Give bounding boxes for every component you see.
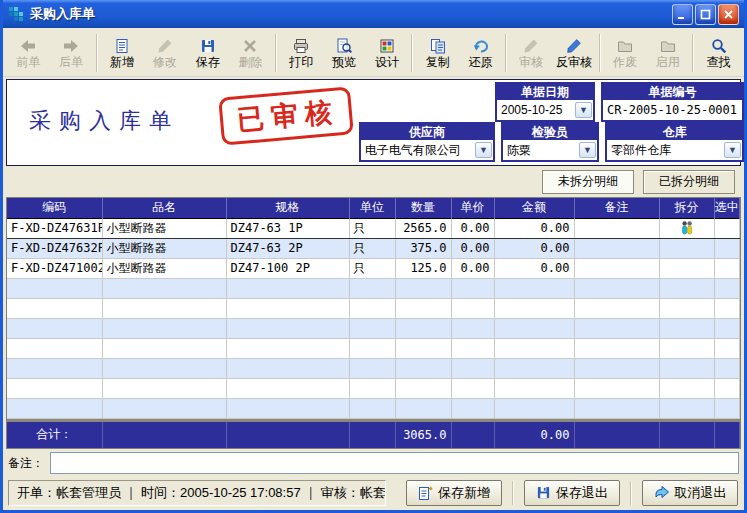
undo-arrow-icon [473,38,489,54]
search-icon [711,38,727,54]
toolbar-separator [599,34,601,72]
col-name[interactable]: 品名 [102,198,226,218]
design-grid-icon [379,38,395,54]
chevron-down-icon[interactable]: ▼ [575,102,592,118]
field-warehouse-label: 仓库 [607,124,742,140]
toolbar-separator [96,34,98,72]
next-doc-button[interactable]: 后单 [50,31,93,75]
cancel-and-exit-button[interactable]: 取消退出 [642,480,738,506]
field-supplier-label: 供应商 [361,124,493,140]
add-new-button[interactable]: 新增 [101,31,144,75]
printer-icon [293,38,309,54]
floppy-icon [536,485,551,500]
copy-icon [430,38,446,54]
field-warehouse: 仓库 零部件仓库 ▼ [605,122,744,162]
col-code[interactable]: 编码 [7,198,102,218]
tab-unsplit-detail[interactable]: 未拆分明细 [542,170,634,194]
new-document-icon [114,38,130,54]
prev-doc-button[interactable]: 前单 [7,31,50,75]
form-header-panel: 采购入库单 已审核 单据日期 2005-10-25 ▼ 单据编号 CR-2005… [6,79,741,166]
find-button[interactable]: 查找 [697,31,740,75]
button-separator [512,481,514,505]
save-and-new-button[interactable]: 保存新增 [406,480,502,506]
restore-button[interactable]: 还原 [459,31,502,75]
app-icon [8,6,25,23]
remark-input[interactable] [50,452,739,474]
field-doc-no: 单据编号 CR-2005-10-25-0001 [601,82,744,122]
col-note[interactable]: 备注 [574,198,659,218]
empty-row[interactable] [7,338,740,358]
inspector-value: 陈粟 [503,142,578,159]
arrow-right-icon [63,38,79,54]
folder-icon [660,38,676,54]
maximize-button[interactable] [695,4,716,25]
preview-button[interactable]: 预览 [323,31,366,75]
col-price[interactable]: 单价 [451,198,494,218]
arrow-left-icon [20,38,36,54]
doc-date-dropdown[interactable]: 2005-10-25 ▼ [497,100,593,120]
table-row[interactable]: F-XD-DZ47632P 小型断路器 DZ47-63 2P 只 375.0 0… [7,238,740,258]
chevron-down-icon[interactable]: ▼ [724,142,741,158]
exit-arrow-icon [654,485,670,500]
field-doc-date: 单据日期 2005-10-25 ▼ [495,82,595,122]
col-split[interactable]: 拆分 [659,198,714,218]
tab-split-detail[interactable]: 已拆分明细 [643,170,735,194]
field-supplier: 供应商 电子电气有限公司 ▼ [359,122,495,162]
delete-button[interactable]: 删除 [229,31,272,75]
save-button[interactable]: 保存 [186,31,229,75]
total-qty: 3065.0 [395,420,451,448]
close-icon [723,9,734,20]
doc-date-value: 2005-10-25 [497,103,574,117]
pencil-icon [157,38,173,54]
x-icon [242,38,258,54]
col-qty[interactable]: 数量 [395,198,451,218]
void-button[interactable]: 作废 [604,31,647,75]
save-and-exit-button[interactable]: 保存退出 [524,480,620,506]
total-row: 合计： 3065.0 0.00 [7,419,740,449]
empty-row[interactable] [7,318,740,338]
supplier-dropdown[interactable]: 电子电气有限公司 ▼ [361,140,493,160]
audit-button[interactable]: 审核 [510,31,553,75]
close-button[interactable] [718,4,739,25]
empty-row[interactable] [7,398,740,418]
minimize-button[interactable] [672,4,693,25]
inspector-dropdown[interactable]: 陈粟 ▼ [503,140,597,160]
col-amount[interactable]: 金额 [494,198,574,218]
app-window: 采购入库单 前单 后单 新增 修改 保存 [0,0,747,513]
warehouse-dropdown[interactable]: 零部件仓库 ▼ [607,140,742,160]
empty-row[interactable] [7,298,740,318]
detail-grid: 编码 品名 规格 单位 数量 单价 金额 备注 拆分 选中 F-XD-DZ476 [6,197,741,449]
minimize-icon [677,9,688,20]
table-row[interactable]: F-XD-DZ471002P 小型断路器 DZ47-100 2P 只 125.0… [7,258,740,278]
col-selected[interactable]: 选中 [714,198,740,218]
table-row[interactable]: F-XD-DZ47631P 小型断路器 DZ47-63 1P 只 2565.0 … [7,218,740,238]
toolbar-separator [692,34,694,72]
doc-no-box[interactable]: CR-2005-10-25-0001 [603,100,742,120]
maximize-icon [700,9,711,20]
total-amount: 0.00 [494,420,574,448]
copy-button[interactable]: 复制 [416,31,459,75]
empty-row[interactable] [7,358,740,378]
split-people-icon [680,220,694,236]
edit-button[interactable]: 修改 [143,31,186,75]
form-title: 采购入库单 [29,106,179,136]
design-button[interactable]: 设计 [366,31,409,75]
toolbar-separator [505,34,507,72]
col-unit[interactable]: 单位 [349,198,395,218]
toolbar: 前单 后单 新增 修改 保存 删除 打印 预览 [3,28,744,77]
field-doc-date-label: 单据日期 [497,84,593,100]
button-separator [630,481,632,505]
empty-row[interactable] [7,378,740,398]
chevron-down-icon[interactable]: ▼ [579,142,596,158]
split-cell[interactable] [659,218,714,238]
table-header-row: 编码 品名 规格 单位 数量 单价 金额 备注 拆分 选中 [7,198,740,218]
unaudit-button[interactable]: 反审核 [553,31,596,75]
warehouse-value: 零部件仓库 [607,142,723,159]
col-spec[interactable]: 规格 [226,198,349,218]
empty-row[interactable] [7,278,740,298]
print-button[interactable]: 打印 [280,31,323,75]
enable-button[interactable]: 启用 [646,31,689,75]
chevron-down-icon[interactable]: ▼ [475,142,492,158]
detail-table: 编码 品名 规格 单位 数量 单价 金额 备注 拆分 选中 F-XD-DZ476 [7,198,740,419]
new-document-plus-icon [418,485,433,501]
